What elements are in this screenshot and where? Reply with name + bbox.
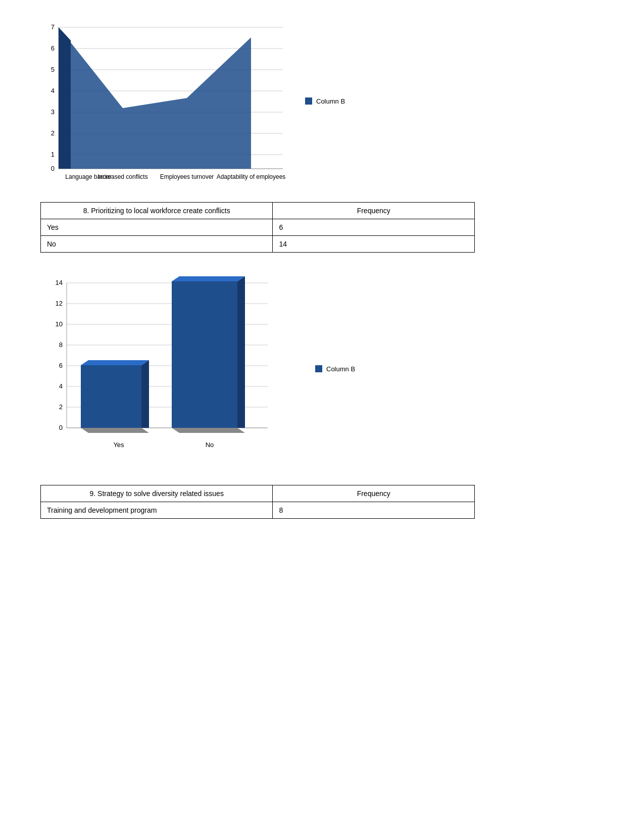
bar-no-right xyxy=(237,276,245,428)
y-label-2: 2 xyxy=(51,129,55,137)
x2-label-no: No xyxy=(206,441,214,449)
chart2-wrapper: 14 12 10 8 6 4 2 0 xyxy=(40,273,604,465)
y-label-3: 3 xyxy=(51,108,55,116)
table1-row1-value: 6 xyxy=(273,219,475,236)
y-label-4: 4 xyxy=(51,87,55,94)
table-row: Training and development program 8 xyxy=(41,502,475,519)
y2-8: 8 xyxy=(59,341,63,349)
bar-no-front xyxy=(172,281,237,428)
table1: 8. Prioritizing to local workforce creat… xyxy=(40,202,475,253)
x2-label-yes: Yes xyxy=(113,441,124,449)
y-label-7: 7 xyxy=(51,23,55,31)
chart1-section: 7 6 5 4 3 2 1 0 xyxy=(40,20,604,182)
y2-0: 0 xyxy=(59,424,63,431)
y-label-6: 6 xyxy=(51,44,55,52)
table2-question-header: 9. Strategy to solve diversity related i… xyxy=(41,485,273,502)
chart1-legend-label: Column B xyxy=(316,97,345,105)
chart1-svg: 7 6 5 4 3 2 1 0 xyxy=(40,20,293,182)
y2-14: 14 xyxy=(56,279,63,286)
table1-section: 8. Prioritizing to local workforce creat… xyxy=(40,202,604,253)
table1-row2-label: No xyxy=(41,236,273,253)
chart1-legend-item: Column B xyxy=(305,97,345,105)
table1-frequency-header: Frequency xyxy=(273,203,475,219)
bar-no-top xyxy=(172,276,245,281)
table2-row1-label: Training and development program xyxy=(41,502,273,519)
table2-row1-value: 8 xyxy=(273,502,475,519)
y-label-0: 0 xyxy=(51,165,55,172)
table1-row1-label: Yes xyxy=(41,219,273,236)
chart2-section: 14 12 10 8 6 4 2 0 xyxy=(40,273,604,465)
chart1-3d-left xyxy=(59,27,71,169)
table1-question-header: 8. Prioritizing to local workforce creat… xyxy=(41,203,273,219)
chart2-legend-item: Column B xyxy=(315,365,355,373)
y-label-1: 1 xyxy=(51,151,55,158)
y2-10: 10 xyxy=(56,320,63,328)
chart2-legend-color xyxy=(315,365,322,372)
y2-6: 6 xyxy=(59,362,63,369)
table2-frequency-header: Frequency xyxy=(273,485,475,502)
bar-yes-top xyxy=(81,360,149,365)
chart2-svg: 14 12 10 8 6 4 2 0 xyxy=(40,273,303,465)
bar-yes-right xyxy=(141,360,149,428)
bar-yes-base xyxy=(81,428,149,433)
x-label-4: Adaptability of employees xyxy=(217,173,286,180)
bar-yes-front xyxy=(81,365,141,428)
table1-row2-value: 14 xyxy=(273,236,475,253)
bar-no-base xyxy=(172,428,245,433)
table2-section: 9. Strategy to solve diversity related i… xyxy=(40,485,604,519)
chart2-legend: Column B xyxy=(315,365,355,373)
y2-2: 2 xyxy=(59,403,63,411)
x-label-3: Employees turnover xyxy=(160,173,214,180)
y2-12: 12 xyxy=(56,300,63,307)
table-row: No 14 xyxy=(41,236,475,253)
chart2-legend-label: Column B xyxy=(326,365,355,373)
table-row: Yes 6 xyxy=(41,219,475,236)
table2: 9. Strategy to solve diversity related i… xyxy=(40,485,475,519)
chart1-legend-color xyxy=(305,97,312,105)
y-label-5: 5 xyxy=(51,66,55,73)
chart1-legend: Column B xyxy=(305,97,345,105)
x-label-2: Increased conflicts xyxy=(97,173,147,180)
y2-4: 4 xyxy=(59,382,63,390)
chart1-wrapper: 7 6 5 4 3 2 1 0 xyxy=(40,20,604,182)
